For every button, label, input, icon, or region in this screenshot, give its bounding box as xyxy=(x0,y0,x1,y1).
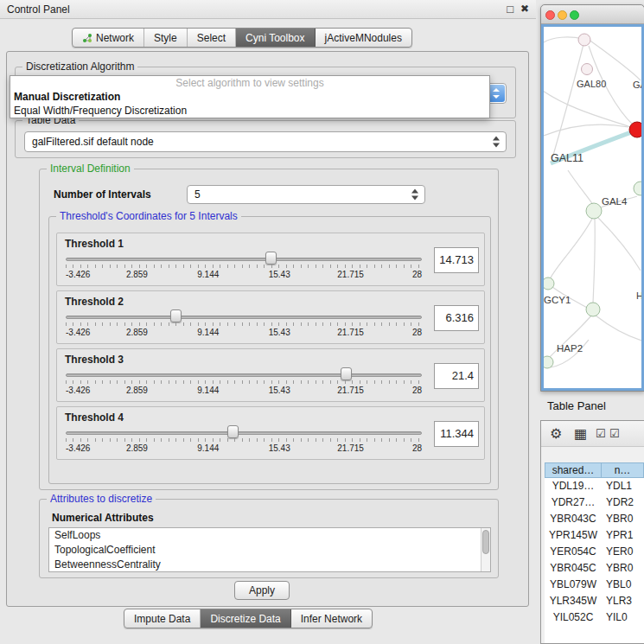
stepper-icon[interactable] xyxy=(493,137,501,148)
table-toolbar: ⚙ ▦ ☑ ☑ xyxy=(541,421,644,447)
option-equal-width-frequency[interactable]: Equal Width/Frequency Discretization xyxy=(10,104,489,118)
network-node-selected[interactable] xyxy=(629,122,642,137)
network-node[interactable] xyxy=(582,64,593,75)
scrollbar-thumb[interactable] xyxy=(482,530,489,554)
tab-impute-data[interactable]: Impute Data xyxy=(124,609,201,628)
network-node[interactable] xyxy=(544,277,554,290)
list-item[interactable]: TopologicalCoefficient xyxy=(49,543,490,558)
slider-thumb[interactable] xyxy=(265,252,277,265)
cell-shared-name[interactable]: YBR045C xyxy=(545,560,602,577)
threshold-4-label: Threshold 4 xyxy=(65,411,124,424)
network-node[interactable] xyxy=(586,203,602,219)
network-node[interactable] xyxy=(578,34,590,46)
slider-ticks xyxy=(66,380,422,384)
scale-label: 21.715 xyxy=(337,270,364,279)
tab-network[interactable]: Network xyxy=(73,29,144,47)
slider-track[interactable] xyxy=(66,373,422,377)
option-manual-discretization[interactable]: Manual Discretization xyxy=(10,90,489,104)
gear-icon[interactable]: ⚙ xyxy=(550,425,562,442)
slider-thumb[interactable] xyxy=(227,425,239,438)
close-traffic-light-icon[interactable] xyxy=(545,10,555,20)
cell-name[interactable]: YBR0 xyxy=(602,560,644,577)
minimize-traffic-light-icon[interactable] xyxy=(558,10,567,20)
cell-shared-name[interactable]: YBR043C xyxy=(545,511,602,527)
cell-shared-name[interactable]: YDR27… xyxy=(545,494,602,511)
table-row[interactable]: YER054C YER0 xyxy=(545,544,644,560)
float-window-icon[interactable]: □ xyxy=(507,3,513,16)
table-row[interactable]: YDR27… YDR2 xyxy=(545,494,644,511)
column-header-name[interactable]: n… xyxy=(602,462,644,478)
cell-name[interactable]: YLR3 xyxy=(602,593,644,609)
table-row[interactable]: YBL079W YBL0 xyxy=(545,577,644,593)
node-label: GAL80 xyxy=(577,79,606,89)
slider-track[interactable] xyxy=(66,431,422,435)
cell-name[interactable]: YIL0 xyxy=(602,609,644,626)
tab-infer-network[interactable]: Infer Network xyxy=(291,609,372,628)
threshold-3-slider[interactable]: -3.426 2.859 9.144 15.43 21.715 28 xyxy=(66,367,422,399)
network-node[interactable] xyxy=(634,182,642,195)
table-row[interactable]: YBR045C YBR0 xyxy=(545,560,644,577)
table-row[interactable]: YIL052C YIL0 xyxy=(545,609,644,626)
scale-label: 21.715 xyxy=(337,328,364,337)
select-all-checkbox-icon[interactable]: ☑ xyxy=(596,427,606,440)
threshold-4-slider[interactable]: -3.426 2.859 9.144 15.43 21.715 28 xyxy=(66,424,422,457)
slider-thumb[interactable] xyxy=(341,367,352,380)
cell-shared-name[interactable]: YDL19… xyxy=(545,478,602,494)
threshold-4-row: Threshold 4 -3.426 2.859 9.144 15.43 21.… xyxy=(56,406,485,460)
panel-title: Control Panel xyxy=(7,3,70,16)
close-window-icon[interactable]: ✖ xyxy=(520,3,529,15)
cell-shared-name[interactable]: YBL079W xyxy=(545,577,602,593)
numerical-attributes-list[interactable]: SelfLoops TopologicalCoefficient Between… xyxy=(48,527,491,572)
cell-shared-name[interactable]: YER054C xyxy=(545,544,602,560)
scale-label: -3.426 xyxy=(66,328,90,337)
cell-name[interactable]: YBR0 xyxy=(602,511,644,527)
table-row[interactable]: YPR145W YPR1 xyxy=(545,527,644,544)
interval-definition-group: Interval Definition Number of Intervals … xyxy=(39,169,499,490)
network-node[interactable] xyxy=(586,303,600,316)
threshold-2-label: Threshold 2 xyxy=(65,296,124,308)
table-row[interactable]: YBR043C YBR0 xyxy=(545,511,644,527)
network-canvas[interactable]: GAL80 GA GAL11 GAL4 GCY1 H HAP2 xyxy=(544,27,642,391)
tab-cyni-toolbox[interactable]: Cyni Toolbox xyxy=(236,29,315,47)
slider-thumb[interactable] xyxy=(170,309,182,322)
checkbox-icon[interactable]: ☑ xyxy=(609,427,620,440)
column-header-shared[interactable]: shared… xyxy=(545,462,602,478)
scale-label: 9.144 xyxy=(197,386,219,395)
table-data-combobox[interactable]: galFiltered.sif default node xyxy=(24,131,507,152)
cell-shared-name[interactable]: YLR345W xyxy=(545,593,602,609)
list-item[interactable]: BetweennessCentrality xyxy=(49,558,490,572)
tab-select[interactable]: Select xyxy=(188,29,236,47)
number-of-intervals-combobox[interactable]: 5 xyxy=(187,185,425,204)
table-row[interactable]: YDL19… YDL1 xyxy=(545,478,644,494)
attributes-legend: Attributes to discretize xyxy=(47,493,156,506)
list-item[interactable]: SelfLoops xyxy=(49,528,490,543)
threshold-1-slider[interactable]: -3.426 2.859 9.144 15.43 21.715 28 xyxy=(66,251,422,284)
threshold-1-value-field[interactable]: 14.713 xyxy=(434,247,479,273)
slider-track[interactable] xyxy=(66,316,422,319)
cell-name[interactable]: YER0 xyxy=(602,544,644,560)
cell-name[interactable]: YBL0 xyxy=(602,577,644,593)
threshold-3-value-field[interactable]: 21.4 xyxy=(434,363,479,389)
zoom-traffic-light-icon[interactable] xyxy=(570,10,579,20)
table-row[interactable]: YLR345W YLR3 xyxy=(545,593,644,609)
threshold-2-slider[interactable]: -3.426 2.859 9.144 15.43 21.715 28 xyxy=(66,309,422,341)
network-node[interactable] xyxy=(544,356,553,368)
cell-name[interactable]: YDL1 xyxy=(602,478,644,494)
cell-name[interactable]: YPR1 xyxy=(602,527,644,544)
slider-track[interactable] xyxy=(66,258,422,261)
cell-shared-name[interactable]: YIL052C xyxy=(545,609,602,626)
tab-style[interactable]: Style xyxy=(144,29,188,47)
threshold-2-value-field[interactable]: 6.316 xyxy=(434,305,479,331)
threshold-4-value-field[interactable]: 11.344 xyxy=(434,421,479,447)
network-window-titlebar[interactable] xyxy=(541,5,644,24)
list-scrollbar[interactable] xyxy=(481,528,490,571)
tab-jactivemnodules[interactable]: jActiveMNodules xyxy=(316,29,411,47)
apply-button[interactable]: Apply xyxy=(234,581,290,600)
stepper-icon[interactable] xyxy=(411,189,419,201)
combobox-stepper-icon[interactable] xyxy=(488,85,505,102)
cell-shared-name[interactable]: YPR145W xyxy=(545,527,602,544)
tab-discretize-data[interactable]: Discretize Data xyxy=(201,609,290,628)
slider-scale: -3.426 2.859 9.144 15.43 21.715 28 xyxy=(66,270,422,280)
cell-name[interactable]: YDR2 xyxy=(602,494,644,511)
columns-icon[interactable]: ▦ xyxy=(574,425,587,442)
